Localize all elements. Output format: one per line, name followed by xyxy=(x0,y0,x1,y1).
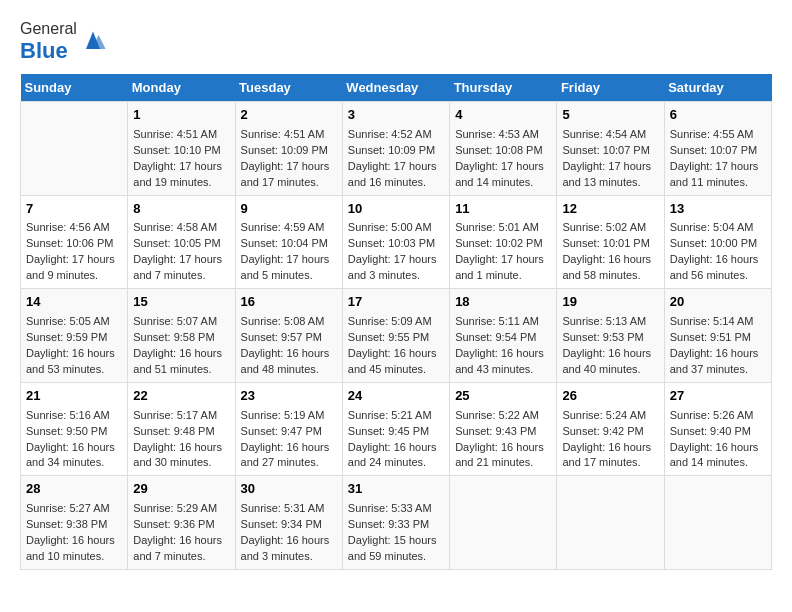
calendar-header-row: SundayMondayTuesdayWednesdayThursdayFrid… xyxy=(21,74,772,102)
day-info: Sunrise: 5:14 AM Sunset: 9:51 PM Dayligh… xyxy=(670,314,766,378)
day-number: 6 xyxy=(670,106,766,125)
day-number: 7 xyxy=(26,200,122,219)
day-number: 5 xyxy=(562,106,658,125)
calendar-cell: 3Sunrise: 4:52 AM Sunset: 10:09 PM Dayli… xyxy=(342,102,449,196)
day-info: Sunrise: 5:13 AM Sunset: 9:53 PM Dayligh… xyxy=(562,314,658,378)
calendar-week-5: 28Sunrise: 5:27 AM Sunset: 9:38 PM Dayli… xyxy=(21,476,772,570)
calendar-cell: 4Sunrise: 4:53 AM Sunset: 10:08 PM Dayli… xyxy=(450,102,557,196)
day-number: 27 xyxy=(670,387,766,406)
day-number: 23 xyxy=(241,387,337,406)
day-info: Sunrise: 4:51 AM Sunset: 10:09 PM Daylig… xyxy=(241,127,337,191)
day-info: Sunrise: 5:04 AM Sunset: 10:00 PM Daylig… xyxy=(670,220,766,284)
day-number: 22 xyxy=(133,387,229,406)
header-wednesday: Wednesday xyxy=(342,74,449,102)
logo: General Blue xyxy=(20,20,107,64)
day-number: 14 xyxy=(26,293,122,312)
day-info: Sunrise: 4:59 AM Sunset: 10:04 PM Daylig… xyxy=(241,220,337,284)
calendar-cell: 27Sunrise: 5:26 AM Sunset: 9:40 PM Dayli… xyxy=(664,382,771,476)
calendar-cell: 6Sunrise: 4:55 AM Sunset: 10:07 PM Dayli… xyxy=(664,102,771,196)
calendar-cell xyxy=(664,476,771,570)
calendar-cell: 10Sunrise: 5:00 AM Sunset: 10:03 PM Dayl… xyxy=(342,195,449,289)
header-tuesday: Tuesday xyxy=(235,74,342,102)
calendar-cell: 13Sunrise: 5:04 AM Sunset: 10:00 PM Dayl… xyxy=(664,195,771,289)
day-info: Sunrise: 5:16 AM Sunset: 9:50 PM Dayligh… xyxy=(26,408,122,472)
header-thursday: Thursday xyxy=(450,74,557,102)
day-info: Sunrise: 5:19 AM Sunset: 9:47 PM Dayligh… xyxy=(241,408,337,472)
day-number: 17 xyxy=(348,293,444,312)
day-info: Sunrise: 5:17 AM Sunset: 9:48 PM Dayligh… xyxy=(133,408,229,472)
calendar-cell: 29Sunrise: 5:29 AM Sunset: 9:36 PM Dayli… xyxy=(128,476,235,570)
calendar-cell: 25Sunrise: 5:22 AM Sunset: 9:43 PM Dayli… xyxy=(450,382,557,476)
day-info: Sunrise: 5:08 AM Sunset: 9:57 PM Dayligh… xyxy=(241,314,337,378)
day-info: Sunrise: 5:01 AM Sunset: 10:02 PM Daylig… xyxy=(455,220,551,284)
calendar-cell: 22Sunrise: 5:17 AM Sunset: 9:48 PM Dayli… xyxy=(128,382,235,476)
calendar-cell: 9Sunrise: 4:59 AM Sunset: 10:04 PM Dayli… xyxy=(235,195,342,289)
header-friday: Friday xyxy=(557,74,664,102)
header-saturday: Saturday xyxy=(664,74,771,102)
calendar-cell xyxy=(557,476,664,570)
calendar-cell: 21Sunrise: 5:16 AM Sunset: 9:50 PM Dayli… xyxy=(21,382,128,476)
day-number: 29 xyxy=(133,480,229,499)
day-info: Sunrise: 5:26 AM Sunset: 9:40 PM Dayligh… xyxy=(670,408,766,472)
calendar-cell: 5Sunrise: 4:54 AM Sunset: 10:07 PM Dayli… xyxy=(557,102,664,196)
page-header: General Blue xyxy=(20,20,772,64)
day-info: Sunrise: 5:21 AM Sunset: 9:45 PM Dayligh… xyxy=(348,408,444,472)
calendar-cell: 14Sunrise: 5:05 AM Sunset: 9:59 PM Dayli… xyxy=(21,289,128,383)
header-sunday: Sunday xyxy=(21,74,128,102)
calendar-cell: 20Sunrise: 5:14 AM Sunset: 9:51 PM Dayli… xyxy=(664,289,771,383)
day-number: 1 xyxy=(133,106,229,125)
day-info: Sunrise: 4:56 AM Sunset: 10:06 PM Daylig… xyxy=(26,220,122,284)
calendar-cell: 26Sunrise: 5:24 AM Sunset: 9:42 PM Dayli… xyxy=(557,382,664,476)
day-number: 11 xyxy=(455,200,551,219)
day-info: Sunrise: 4:53 AM Sunset: 10:08 PM Daylig… xyxy=(455,127,551,191)
day-number: 15 xyxy=(133,293,229,312)
calendar-cell: 31Sunrise: 5:33 AM Sunset: 9:33 PM Dayli… xyxy=(342,476,449,570)
day-number: 20 xyxy=(670,293,766,312)
day-info: Sunrise: 5:27 AM Sunset: 9:38 PM Dayligh… xyxy=(26,501,122,565)
day-info: Sunrise: 5:31 AM Sunset: 9:34 PM Dayligh… xyxy=(241,501,337,565)
day-info: Sunrise: 5:09 AM Sunset: 9:55 PM Dayligh… xyxy=(348,314,444,378)
day-info: Sunrise: 5:11 AM Sunset: 9:54 PM Dayligh… xyxy=(455,314,551,378)
day-number: 18 xyxy=(455,293,551,312)
day-info: Sunrise: 4:52 AM Sunset: 10:09 PM Daylig… xyxy=(348,127,444,191)
day-number: 19 xyxy=(562,293,658,312)
calendar-cell: 11Sunrise: 5:01 AM Sunset: 10:02 PM Dayl… xyxy=(450,195,557,289)
calendar-cell: 23Sunrise: 5:19 AM Sunset: 9:47 PM Dayli… xyxy=(235,382,342,476)
day-info: Sunrise: 5:02 AM Sunset: 10:01 PM Daylig… xyxy=(562,220,658,284)
day-info: Sunrise: 4:51 AM Sunset: 10:10 PM Daylig… xyxy=(133,127,229,191)
logo-icon xyxy=(79,28,107,56)
day-info: Sunrise: 5:00 AM Sunset: 10:03 PM Daylig… xyxy=(348,220,444,284)
day-info: Sunrise: 5:07 AM Sunset: 9:58 PM Dayligh… xyxy=(133,314,229,378)
day-number: 3 xyxy=(348,106,444,125)
day-number: 21 xyxy=(26,387,122,406)
day-info: Sunrise: 4:55 AM Sunset: 10:07 PM Daylig… xyxy=(670,127,766,191)
day-info: Sunrise: 5:22 AM Sunset: 9:43 PM Dayligh… xyxy=(455,408,551,472)
day-number: 12 xyxy=(562,200,658,219)
calendar-cell: 30Sunrise: 5:31 AM Sunset: 9:34 PM Dayli… xyxy=(235,476,342,570)
day-number: 30 xyxy=(241,480,337,499)
calendar-cell: 19Sunrise: 5:13 AM Sunset: 9:53 PM Dayli… xyxy=(557,289,664,383)
day-info: Sunrise: 5:29 AM Sunset: 9:36 PM Dayligh… xyxy=(133,501,229,565)
day-info: Sunrise: 4:54 AM Sunset: 10:07 PM Daylig… xyxy=(562,127,658,191)
day-number: 8 xyxy=(133,200,229,219)
calendar-table: SundayMondayTuesdayWednesdayThursdayFrid… xyxy=(20,74,772,570)
calendar-cell: 28Sunrise: 5:27 AM Sunset: 9:38 PM Dayli… xyxy=(21,476,128,570)
calendar-cell: 1Sunrise: 4:51 AM Sunset: 10:10 PM Dayli… xyxy=(128,102,235,196)
calendar-week-3: 14Sunrise: 5:05 AM Sunset: 9:59 PM Dayli… xyxy=(21,289,772,383)
day-info: Sunrise: 5:33 AM Sunset: 9:33 PM Dayligh… xyxy=(348,501,444,565)
calendar-cell: 12Sunrise: 5:02 AM Sunset: 10:01 PM Dayl… xyxy=(557,195,664,289)
calendar-week-4: 21Sunrise: 5:16 AM Sunset: 9:50 PM Dayli… xyxy=(21,382,772,476)
header-monday: Monday xyxy=(128,74,235,102)
calendar-cell: 16Sunrise: 5:08 AM Sunset: 9:57 PM Dayli… xyxy=(235,289,342,383)
day-number: 13 xyxy=(670,200,766,219)
calendar-cell: 17Sunrise: 5:09 AM Sunset: 9:55 PM Dayli… xyxy=(342,289,449,383)
calendar-cell xyxy=(21,102,128,196)
day-info: Sunrise: 5:05 AM Sunset: 9:59 PM Dayligh… xyxy=(26,314,122,378)
logo-blue-text: Blue xyxy=(20,38,68,63)
calendar-cell: 2Sunrise: 4:51 AM Sunset: 10:09 PM Dayli… xyxy=(235,102,342,196)
calendar-cell: 18Sunrise: 5:11 AM Sunset: 9:54 PM Dayli… xyxy=(450,289,557,383)
calendar-cell: 15Sunrise: 5:07 AM Sunset: 9:58 PM Dayli… xyxy=(128,289,235,383)
calendar-cell: 7Sunrise: 4:56 AM Sunset: 10:06 PM Dayli… xyxy=(21,195,128,289)
day-number: 10 xyxy=(348,200,444,219)
day-number: 26 xyxy=(562,387,658,406)
